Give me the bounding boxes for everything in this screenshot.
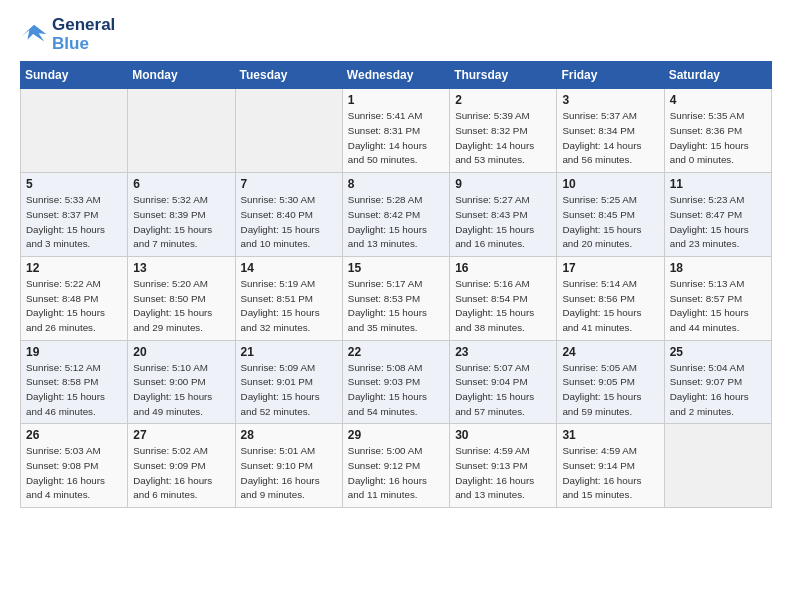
calendar-day-cell <box>128 89 235 173</box>
day-number: 12 <box>26 261 122 275</box>
day-number: 4 <box>670 93 766 107</box>
day-info: Sunrise: 5:33 AMSunset: 8:37 PMDaylight:… <box>26 193 122 252</box>
calendar-day-cell: 2Sunrise: 5:39 AMSunset: 8:32 PMDaylight… <box>450 89 557 173</box>
calendar-week-row: 26Sunrise: 5:03 AMSunset: 9:08 PMDayligh… <box>21 424 772 508</box>
day-info: Sunrise: 5:32 AMSunset: 8:39 PMDaylight:… <box>133 193 229 252</box>
day-info: Sunrise: 5:23 AMSunset: 8:47 PMDaylight:… <box>670 193 766 252</box>
day-info: Sunrise: 5:09 AMSunset: 9:01 PMDaylight:… <box>241 361 337 420</box>
day-info: Sunrise: 5:03 AMSunset: 9:08 PMDaylight:… <box>26 444 122 503</box>
calendar-day-cell: 29Sunrise: 5:00 AMSunset: 9:12 PMDayligh… <box>342 424 449 508</box>
calendar-day-cell: 17Sunrise: 5:14 AMSunset: 8:56 PMDayligh… <box>557 256 664 340</box>
day-number: 16 <box>455 261 551 275</box>
logo: General Blue <box>20 16 115 53</box>
day-info: Sunrise: 5:17 AMSunset: 8:53 PMDaylight:… <box>348 277 444 336</box>
calendar-day-cell: 5Sunrise: 5:33 AMSunset: 8:37 PMDaylight… <box>21 173 128 257</box>
calendar-week-row: 12Sunrise: 5:22 AMSunset: 8:48 PMDayligh… <box>21 256 772 340</box>
calendar-header-row: SundayMondayTuesdayWednesdayThursdayFrid… <box>21 62 772 89</box>
day-number: 8 <box>348 177 444 191</box>
weekday-header: Saturday <box>664 62 771 89</box>
day-info: Sunrise: 5:04 AMSunset: 9:07 PMDaylight:… <box>670 361 766 420</box>
logo-icon <box>20 21 48 49</box>
calendar-week-row: 19Sunrise: 5:12 AMSunset: 8:58 PMDayligh… <box>21 340 772 424</box>
day-number: 13 <box>133 261 229 275</box>
logo-text: General Blue <box>52 16 115 53</box>
calendar-week-row: 5Sunrise: 5:33 AMSunset: 8:37 PMDaylight… <box>21 173 772 257</box>
day-number: 14 <box>241 261 337 275</box>
weekday-header: Friday <box>557 62 664 89</box>
calendar-day-cell: 18Sunrise: 5:13 AMSunset: 8:57 PMDayligh… <box>664 256 771 340</box>
day-number: 22 <box>348 345 444 359</box>
calendar-week-row: 1Sunrise: 5:41 AMSunset: 8:31 PMDaylight… <box>21 89 772 173</box>
calendar-day-cell: 15Sunrise: 5:17 AMSunset: 8:53 PMDayligh… <box>342 256 449 340</box>
day-number: 24 <box>562 345 658 359</box>
day-number: 30 <box>455 428 551 442</box>
day-info: Sunrise: 5:37 AMSunset: 8:34 PMDaylight:… <box>562 109 658 168</box>
svg-marker-0 <box>22 24 46 41</box>
day-info: Sunrise: 5:22 AMSunset: 8:48 PMDaylight:… <box>26 277 122 336</box>
calendar-day-cell <box>664 424 771 508</box>
calendar-day-cell: 23Sunrise: 5:07 AMSunset: 9:04 PMDayligh… <box>450 340 557 424</box>
weekday-header: Monday <box>128 62 235 89</box>
calendar-day-cell: 27Sunrise: 5:02 AMSunset: 9:09 PMDayligh… <box>128 424 235 508</box>
day-info: Sunrise: 5:19 AMSunset: 8:51 PMDaylight:… <box>241 277 337 336</box>
day-info: Sunrise: 5:28 AMSunset: 8:42 PMDaylight:… <box>348 193 444 252</box>
weekday-header: Wednesday <box>342 62 449 89</box>
calendar-day-cell: 9Sunrise: 5:27 AMSunset: 8:43 PMDaylight… <box>450 173 557 257</box>
calendar-day-cell: 7Sunrise: 5:30 AMSunset: 8:40 PMDaylight… <box>235 173 342 257</box>
day-number: 31 <box>562 428 658 442</box>
calendar-day-cell: 14Sunrise: 5:19 AMSunset: 8:51 PMDayligh… <box>235 256 342 340</box>
day-number: 18 <box>670 261 766 275</box>
day-info: Sunrise: 5:30 AMSunset: 8:40 PMDaylight:… <box>241 193 337 252</box>
day-info: Sunrise: 5:01 AMSunset: 9:10 PMDaylight:… <box>241 444 337 503</box>
weekday-header: Tuesday <box>235 62 342 89</box>
day-number: 27 <box>133 428 229 442</box>
calendar-day-cell: 22Sunrise: 5:08 AMSunset: 9:03 PMDayligh… <box>342 340 449 424</box>
calendar-day-cell: 26Sunrise: 5:03 AMSunset: 9:08 PMDayligh… <box>21 424 128 508</box>
day-number: 11 <box>670 177 766 191</box>
calendar-table: SundayMondayTuesdayWednesdayThursdayFrid… <box>20 61 772 508</box>
day-number: 2 <box>455 93 551 107</box>
calendar-day-cell: 12Sunrise: 5:22 AMSunset: 8:48 PMDayligh… <box>21 256 128 340</box>
day-number: 23 <box>455 345 551 359</box>
day-info: Sunrise: 5:07 AMSunset: 9:04 PMDaylight:… <box>455 361 551 420</box>
day-number: 1 <box>348 93 444 107</box>
calendar-day-cell <box>235 89 342 173</box>
calendar-day-cell: 19Sunrise: 5:12 AMSunset: 8:58 PMDayligh… <box>21 340 128 424</box>
calendar-day-cell: 28Sunrise: 5:01 AMSunset: 9:10 PMDayligh… <box>235 424 342 508</box>
day-info: Sunrise: 5:39 AMSunset: 8:32 PMDaylight:… <box>455 109 551 168</box>
day-number: 29 <box>348 428 444 442</box>
day-info: Sunrise: 5:12 AMSunset: 8:58 PMDaylight:… <box>26 361 122 420</box>
day-info: Sunrise: 5:02 AMSunset: 9:09 PMDaylight:… <box>133 444 229 503</box>
calendar-day-cell: 25Sunrise: 5:04 AMSunset: 9:07 PMDayligh… <box>664 340 771 424</box>
day-info: Sunrise: 4:59 AMSunset: 9:13 PMDaylight:… <box>455 444 551 503</box>
calendar-day-cell: 10Sunrise: 5:25 AMSunset: 8:45 PMDayligh… <box>557 173 664 257</box>
calendar-day-cell: 24Sunrise: 5:05 AMSunset: 9:05 PMDayligh… <box>557 340 664 424</box>
day-number: 20 <box>133 345 229 359</box>
day-info: Sunrise: 5:16 AMSunset: 8:54 PMDaylight:… <box>455 277 551 336</box>
day-number: 25 <box>670 345 766 359</box>
day-number: 10 <box>562 177 658 191</box>
day-info: Sunrise: 5:14 AMSunset: 8:56 PMDaylight:… <box>562 277 658 336</box>
calendar-day-cell: 16Sunrise: 5:16 AMSunset: 8:54 PMDayligh… <box>450 256 557 340</box>
day-info: Sunrise: 5:13 AMSunset: 8:57 PMDaylight:… <box>670 277 766 336</box>
day-number: 9 <box>455 177 551 191</box>
calendar-day-cell: 30Sunrise: 4:59 AMSunset: 9:13 PMDayligh… <box>450 424 557 508</box>
day-info: Sunrise: 5:10 AMSunset: 9:00 PMDaylight:… <box>133 361 229 420</box>
day-number: 26 <box>26 428 122 442</box>
day-info: Sunrise: 5:20 AMSunset: 8:50 PMDaylight:… <box>133 277 229 336</box>
day-number: 21 <box>241 345 337 359</box>
calendar-day-cell: 8Sunrise: 5:28 AMSunset: 8:42 PMDaylight… <box>342 173 449 257</box>
day-info: Sunrise: 5:00 AMSunset: 9:12 PMDaylight:… <box>348 444 444 503</box>
calendar-day-cell: 3Sunrise: 5:37 AMSunset: 8:34 PMDaylight… <box>557 89 664 173</box>
day-info: Sunrise: 5:08 AMSunset: 9:03 PMDaylight:… <box>348 361 444 420</box>
calendar-day-cell: 6Sunrise: 5:32 AMSunset: 8:39 PMDaylight… <box>128 173 235 257</box>
weekday-header: Thursday <box>450 62 557 89</box>
day-number: 17 <box>562 261 658 275</box>
calendar-day-cell <box>21 89 128 173</box>
day-number: 3 <box>562 93 658 107</box>
calendar-day-cell: 1Sunrise: 5:41 AMSunset: 8:31 PMDaylight… <box>342 89 449 173</box>
day-info: Sunrise: 5:41 AMSunset: 8:31 PMDaylight:… <box>348 109 444 168</box>
day-number: 19 <box>26 345 122 359</box>
day-info: Sunrise: 5:27 AMSunset: 8:43 PMDaylight:… <box>455 193 551 252</box>
day-number: 5 <box>26 177 122 191</box>
